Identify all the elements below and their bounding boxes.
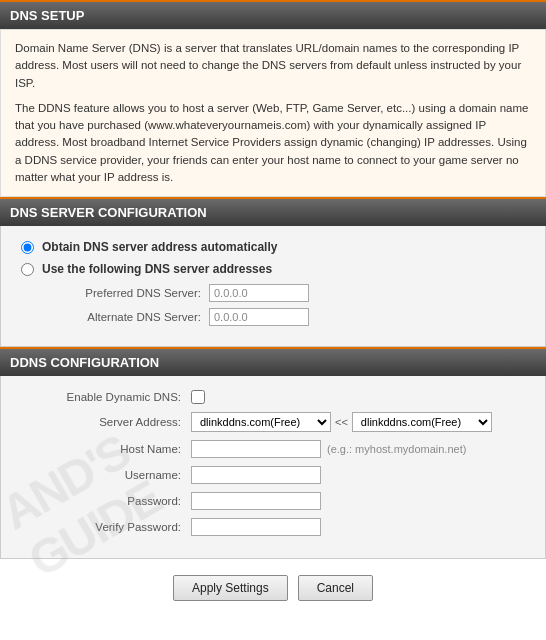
host-name-hint: (e.g.: myhost.mydomain.net): [327, 443, 466, 455]
dns-description-1: Domain Name Server (DNS) is a server tha…: [15, 40, 531, 92]
enable-ddns-label: Enable Dynamic DNS:: [21, 391, 181, 403]
preferred-dns-input[interactable]: [209, 284, 309, 302]
ddns-config-header: DDNS CONFIGURATION: [0, 347, 546, 376]
verify-password-row: Verify Password:: [21, 518, 525, 536]
dns-description-box: Domain Name Server (DNS) is a server tha…: [0, 29, 546, 197]
enable-ddns-checkbox[interactable]: [191, 390, 205, 404]
server-address-select-2[interactable]: dlinkddns.com(Free): [352, 412, 492, 432]
dns-auto-radio[interactable]: [21, 241, 34, 254]
verify-password-input[interactable]: [191, 518, 321, 536]
dns-config-inner: Obtain DNS server address automatically …: [1, 226, 545, 346]
username-input[interactable]: [191, 466, 321, 484]
host-name-row: Host Name: (e.g.: myhost.mydomain.net): [21, 440, 525, 458]
alternate-dns-input[interactable]: [209, 308, 309, 326]
server-address-label: Server Address:: [21, 416, 181, 428]
server-address-select-1[interactable]: dlinkddns.com(Free): [191, 412, 331, 432]
ddns-inner: Enable Dynamic DNS: Server Address: dlin…: [1, 376, 545, 558]
apply-settings-button[interactable]: Apply Settings: [173, 575, 288, 601]
alternate-dns-row: Alternate DNS Server:: [51, 308, 525, 326]
server-address-inner: dlinkddns.com(Free) << dlinkddns.com(Fre…: [191, 412, 492, 432]
username-row: Username:: [21, 466, 525, 484]
dns-fields: Preferred DNS Server: Alternate DNS Serv…: [51, 284, 525, 326]
password-row: Password:: [21, 492, 525, 510]
password-label: Password:: [21, 495, 181, 507]
password-input[interactable]: [191, 492, 321, 510]
preferred-dns-label: Preferred DNS Server:: [51, 287, 201, 299]
dns-setup-header: DNS SETUP: [0, 0, 546, 29]
host-name-label: Host Name:: [21, 443, 181, 455]
button-row: Apply Settings Cancel: [0, 559, 546, 613]
dns-server-config-title: DNS SERVER CONFIGURATION: [10, 205, 207, 220]
dns-description-2: The DDNS feature allows you to host a se…: [15, 100, 531, 186]
dns-auto-label: Obtain DNS server address automatically: [42, 240, 277, 254]
dns-server-config-box: Obtain DNS server address automatically …: [0, 226, 546, 347]
preferred-dns-row: Preferred DNS Server:: [51, 284, 525, 302]
ddns-config-box: Enable Dynamic DNS: Server Address: dlin…: [0, 376, 546, 559]
server-address-row: Server Address: dlinkddns.com(Free) << d…: [21, 412, 525, 432]
ddns-config-title: DDNS CONFIGURATION: [10, 355, 159, 370]
dns-auto-row: Obtain DNS server address automatically: [21, 240, 525, 254]
username-label: Username:: [21, 469, 181, 481]
verify-password-label: Verify Password:: [21, 521, 181, 533]
dns-server-config-header: DNS SERVER CONFIGURATION: [0, 197, 546, 226]
dns-manual-row: Use the following DNS server addresses: [21, 262, 525, 276]
server-address-separator: <<: [335, 416, 348, 428]
enable-ddns-row: Enable Dynamic DNS:: [21, 390, 525, 404]
cancel-button[interactable]: Cancel: [298, 575, 373, 601]
dns-manual-label: Use the following DNS server addresses: [42, 262, 272, 276]
alternate-dns-label: Alternate DNS Server:: [51, 311, 201, 323]
host-name-input[interactable]: [191, 440, 321, 458]
dns-setup-title: DNS SETUP: [10, 8, 84, 23]
dns-manual-radio[interactable]: [21, 263, 34, 276]
